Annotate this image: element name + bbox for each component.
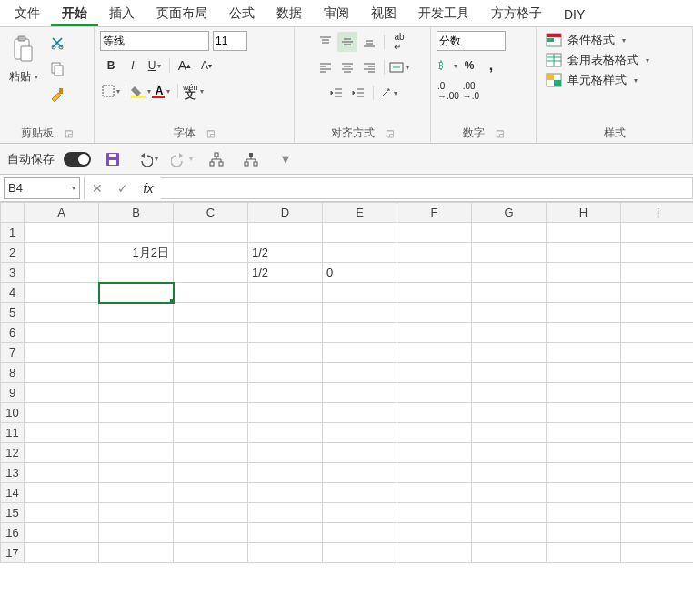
cell-F10[interactable] xyxy=(397,403,472,423)
increase-font-button[interactable]: A▴ xyxy=(175,56,195,76)
cell-A9[interactable] xyxy=(25,383,99,403)
row-header-17[interactable]: 17 xyxy=(1,543,25,563)
cell-G10[interactable] xyxy=(472,403,547,423)
save-button[interactable] xyxy=(101,147,125,171)
cell-A7[interactable] xyxy=(25,343,99,363)
cell-A5[interactable] xyxy=(25,303,99,323)
align-center-button[interactable] xyxy=(337,57,357,77)
merge-center-button[interactable]: ▾ xyxy=(389,57,409,77)
cell-B9[interactable] xyxy=(99,383,174,403)
cell-C10[interactable] xyxy=(174,403,248,423)
cell-E5[interactable] xyxy=(323,303,397,323)
cell-A15[interactable] xyxy=(25,503,99,523)
formula-enter-button[interactable]: ✓ xyxy=(110,181,136,196)
cell-G14[interactable] xyxy=(472,483,547,503)
cell-G13[interactable] xyxy=(472,463,547,483)
cell-D10[interactable] xyxy=(248,403,323,423)
row-header-9[interactable]: 9 xyxy=(1,383,25,403)
cell-I2[interactable] xyxy=(621,243,694,263)
cell-B14[interactable] xyxy=(99,483,174,503)
cell-A6[interactable] xyxy=(25,323,99,343)
cell-E6[interactable] xyxy=(323,323,397,343)
cell-F14[interactable] xyxy=(397,483,472,503)
cell-H2[interactable] xyxy=(547,243,621,263)
cell-H10[interactable] xyxy=(547,403,621,423)
menu-view[interactable]: 视图 xyxy=(360,0,407,26)
cell-F3[interactable] xyxy=(397,263,472,283)
align-right-button[interactable] xyxy=(359,57,379,77)
cell-F1[interactable] xyxy=(397,223,472,243)
name-box[interactable]: B4 ▾ xyxy=(4,177,80,199)
select-all-corner[interactable] xyxy=(1,203,25,223)
cell-G1[interactable] xyxy=(472,223,547,243)
row-header-4[interactable]: 4 xyxy=(1,283,25,303)
menu-insert[interactable]: 插入 xyxy=(98,0,146,26)
cell-E7[interactable] xyxy=(323,343,397,363)
formula-input[interactable] xyxy=(161,177,693,199)
align-launcher-icon[interactable]: ◲ xyxy=(386,128,394,138)
clipboard-launcher-icon[interactable]: ◲ xyxy=(65,128,73,138)
cell-H14[interactable] xyxy=(547,483,621,503)
cell-B17[interactable] xyxy=(99,543,174,563)
cell-A8[interactable] xyxy=(25,363,99,383)
menu-diy[interactable]: DIY xyxy=(553,2,596,26)
cell-A11[interactable] xyxy=(25,423,99,443)
cell-D17[interactable] xyxy=(248,543,323,563)
cell-H1[interactable] xyxy=(547,223,621,243)
cell-C9[interactable] xyxy=(174,383,248,403)
cell-A10[interactable] xyxy=(25,403,99,423)
increase-indent-button[interactable] xyxy=(348,83,368,103)
phonetic-button[interactable]: wén文▾ xyxy=(183,81,204,101)
cell-H11[interactable] xyxy=(547,423,621,443)
cell-D9[interactable] xyxy=(248,383,323,403)
cell-grid[interactable]: A B C D E F G H I 121月2日1/231/2045678910… xyxy=(0,202,693,563)
cell-C14[interactable] xyxy=(174,483,248,503)
cell-G15[interactable] xyxy=(472,503,547,523)
cell-C6[interactable] xyxy=(174,323,248,343)
cell-C3[interactable] xyxy=(174,263,248,283)
format-painter-button[interactable] xyxy=(46,83,68,105)
cell-H7[interactable] xyxy=(547,343,621,363)
number-format-combo[interactable] xyxy=(437,31,506,51)
paste-label[interactable]: 粘贴▾ xyxy=(9,69,38,85)
cell-H12[interactable] xyxy=(547,443,621,463)
cell-G6[interactable] xyxy=(472,323,547,343)
cell-D2[interactable]: 1/2 xyxy=(248,243,323,263)
cell-F12[interactable] xyxy=(397,443,472,463)
cell-E3[interactable]: 0 xyxy=(323,263,397,283)
cell-B2[interactable]: 1月2日 xyxy=(99,243,174,263)
cell-C8[interactable] xyxy=(174,363,248,383)
row-header-15[interactable]: 15 xyxy=(1,503,25,523)
menu-ffgz[interactable]: 方方格子 xyxy=(480,0,553,26)
cell-B7[interactable] xyxy=(99,343,174,363)
table-format-button[interactable]: 套用表格格式▾ xyxy=(542,51,653,69)
menu-pagelayout[interactable]: 页面布局 xyxy=(146,0,218,26)
cell-E1[interactable] xyxy=(323,223,397,243)
cell-E2[interactable] xyxy=(323,243,397,263)
cell-C11[interactable] xyxy=(174,423,248,443)
cell-E9[interactable] xyxy=(323,383,397,403)
cell-G17[interactable] xyxy=(472,543,547,563)
font-color-button[interactable]: A▾ xyxy=(153,81,173,101)
cell-B15[interactable] xyxy=(99,503,174,523)
col-header-G[interactable]: G xyxy=(472,203,547,223)
row-header-1[interactable]: 1 xyxy=(1,223,25,243)
cell-E17[interactable] xyxy=(323,543,397,563)
cell-I14[interactable] xyxy=(621,483,694,503)
cell-D1[interactable] xyxy=(248,223,323,243)
cell-B1[interactable] xyxy=(99,223,174,243)
row-header-3[interactable]: 3 xyxy=(1,263,25,283)
col-header-F[interactable]: F xyxy=(397,203,472,223)
cell-A1[interactable] xyxy=(25,223,99,243)
increase-decimal-button[interactable]: .0→.00 xyxy=(437,81,459,101)
cell-G8[interactable] xyxy=(472,363,547,383)
cell-D6[interactable] xyxy=(248,323,323,343)
number-launcher-icon[interactable]: ◲ xyxy=(496,128,504,138)
copy-button[interactable] xyxy=(46,57,68,79)
bold-button[interactable]: B xyxy=(101,56,121,76)
row-header-5[interactable]: 5 xyxy=(1,303,25,323)
row-header-8[interactable]: 8 xyxy=(1,363,25,383)
align-middle-button[interactable] xyxy=(337,32,357,52)
col-header-H[interactable]: H xyxy=(547,203,621,223)
cell-B11[interactable] xyxy=(99,423,174,443)
